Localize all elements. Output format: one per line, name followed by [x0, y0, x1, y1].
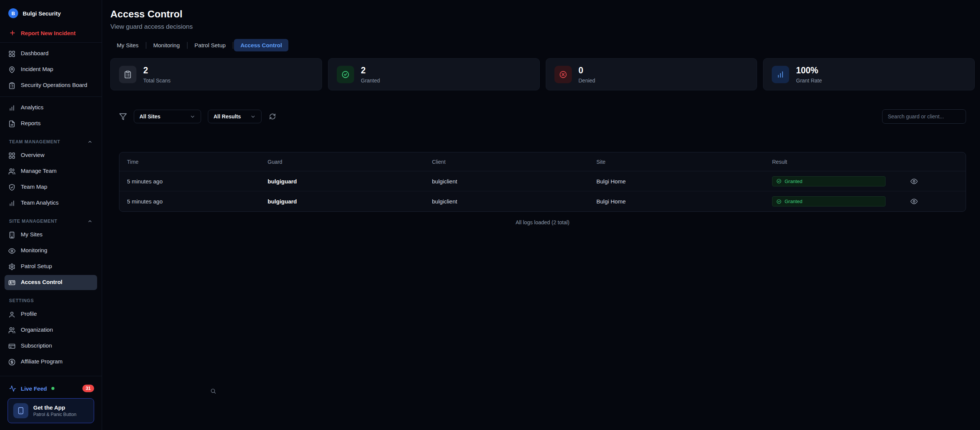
- check-circle-icon: [337, 66, 354, 83]
- table-row: 5 minutes ago bulgiguard bulgiclient Bul…: [119, 171, 966, 191]
- divider: [0, 42, 102, 43]
- report-new-incident-label: Report New Incident: [21, 30, 76, 36]
- app-card-text: Get the App Patrol & Panic Button: [33, 404, 76, 417]
- sidebar-item-my-sites[interactable]: My Sites: [5, 227, 97, 242]
- table-row: 5 minutes ago bulgiguard bulgiclient Bul…: [119, 191, 966, 212]
- sidebar-item-team-analytics[interactable]: Team Analytics: [5, 196, 97, 211]
- tab-patrol-setup[interactable]: Patrol Setup: [188, 39, 232, 51]
- sidebar-item-label: Patrol Setup: [21, 263, 52, 270]
- section-title: TEAM MANAGEMENT: [9, 139, 60, 145]
- sidebar-item-label: Incident Map: [21, 66, 53, 73]
- section-header-site-management[interactable]: SITE MANAGEMENT: [0, 211, 102, 227]
- tab-access-control[interactable]: Access Control: [234, 39, 288, 51]
- stat-label: Granted: [361, 78, 380, 84]
- sidebar-item-profile[interactable]: Profile: [5, 307, 97, 322]
- user-icon: [8, 311, 16, 318]
- site-filter-select[interactable]: All Sites: [134, 110, 201, 123]
- section-header-team-management[interactable]: TEAM MANAGEMENT: [0, 132, 102, 148]
- stat-card-total-scans: 2 Total Scans: [110, 58, 322, 91]
- check-circle-icon: [776, 199, 781, 204]
- sidebar-item-label: Dashboard: [21, 50, 48, 57]
- file-chart-icon: [8, 120, 16, 127]
- view-details-eye-icon[interactable]: [910, 198, 918, 205]
- sidebar-item-monitoring[interactable]: Monitoring: [5, 243, 97, 258]
- brand: B Bulgi Security: [0, 8, 102, 26]
- status-badge: Granted: [772, 176, 886, 186]
- sidebar-item-label: Access Control: [21, 279, 62, 286]
- chevron-up-icon: [87, 218, 92, 224]
- sidebar-spacer: [0, 370, 102, 376]
- refresh-button[interactable]: [269, 113, 276, 120]
- report-new-incident-button[interactable]: Report New Incident: [0, 26, 102, 42]
- column-header-time: Time: [127, 159, 267, 165]
- sidebar-item-live-feed[interactable]: Live Feed 31: [0, 379, 102, 395]
- divider: [0, 376, 102, 376]
- sidebar-item-team-map[interactable]: Team Map: [5, 180, 97, 195]
- shield-check-icon: [8, 184, 16, 191]
- sidebar-item-organization[interactable]: Organization: [5, 323, 97, 338]
- cell-client: bulgiclient: [432, 178, 597, 185]
- column-header-site: Site: [597, 159, 772, 165]
- cell-client: bulgiclient: [432, 198, 597, 205]
- sidebar-item-patrol-setup[interactable]: Patrol Setup: [5, 259, 97, 274]
- brand-name: Bulgi Security: [23, 10, 61, 17]
- filter-icon: [119, 113, 127, 121]
- brand-avatar: B: [8, 8, 18, 18]
- cell-site: Bulgi Home: [597, 198, 772, 205]
- section-header-settings: SETTINGS: [0, 290, 102, 306]
- online-dot: [51, 387, 54, 390]
- sidebar-item-reports[interactable]: Reports: [5, 116, 97, 131]
- cell-guard: bulgiguard: [267, 178, 432, 185]
- live-feed-label: Live Feed: [21, 385, 47, 392]
- stat-value: 2: [361, 65, 380, 76]
- sidebar-item-subscription[interactable]: Subscription: [5, 338, 97, 354]
- credit-card-icon: [8, 342, 16, 350]
- grid-icon: [8, 50, 16, 57]
- users-icon: [8, 327, 16, 334]
- sidebar-item-label: My Sites: [21, 231, 43, 238]
- stat-card-denied: 0 Denied: [546, 58, 757, 91]
- chevron-down-icon: [190, 114, 196, 119]
- bar-chart-icon: [772, 66, 789, 83]
- x-circle-icon: [554, 66, 572, 83]
- tab-bar: My Sites Monitoring Patrol Setup Access …: [110, 39, 975, 51]
- sidebar-item-security-operations-board[interactable]: Security Operations Board: [5, 78, 97, 93]
- tab-my-sites[interactable]: My Sites: [110, 39, 145, 51]
- sidebar-item-affiliate-program[interactable]: Affiliate Program: [5, 354, 97, 369]
- dollar-circle-icon: [8, 358, 16, 366]
- stat-label: Denied: [579, 78, 595, 84]
- column-header-result: Result: [772, 159, 893, 165]
- stat-card-grant-rate: 100% Grant Rate: [763, 58, 975, 91]
- sidebar-item-overview[interactable]: Overview: [5, 148, 97, 163]
- page-subtitle: View guard access decisions: [110, 23, 975, 31]
- cell-result: Granted: [772, 196, 893, 207]
- stat-label: Total Scans: [143, 78, 170, 84]
- cell-site: Bulgi Home: [597, 178, 772, 185]
- sidebar-item-incident-map[interactable]: Incident Map: [5, 62, 97, 77]
- sidebar-item-dashboard[interactable]: Dashboard: [5, 46, 97, 61]
- sidebar-item-label: Affiliate Program: [21, 358, 63, 365]
- column-header-guard: Guard: [267, 159, 432, 165]
- check-circle-icon: [776, 178, 781, 184]
- app-card-title: Get the App: [33, 404, 76, 411]
- tab-separator: [233, 42, 233, 49]
- section-title: SITE MANAGEMENT: [9, 218, 57, 224]
- building-icon: [8, 231, 16, 239]
- sidebar-item-label: Analytics: [21, 104, 43, 111]
- sidebar-item-manage-team[interactable]: Manage Team: [5, 164, 97, 179]
- users-icon: [8, 168, 16, 175]
- cell-time: 5 minutes ago: [127, 178, 267, 185]
- stats-row: 2 Total Scans 2 Granted 0 Denied: [110, 58, 975, 91]
- tab-monitoring[interactable]: Monitoring: [147, 39, 186, 51]
- get-the-app-card[interactable]: Get the App Patrol & Panic Button: [8, 398, 94, 423]
- grid-icon: [8, 152, 16, 159]
- view-details-eye-icon[interactable]: [910, 178, 918, 185]
- sidebar-item-access-control[interactable]: Access Control: [5, 275, 97, 290]
- sidebar-item-label: Monitoring: [21, 247, 47, 254]
- plus-icon: [9, 30, 16, 36]
- search-input[interactable]: [882, 109, 966, 124]
- result-filter-select[interactable]: All Results: [208, 110, 261, 123]
- sidebar-item-label: Overview: [21, 152, 45, 159]
- stat-card-granted: 2 Granted: [328, 58, 540, 91]
- sidebar-item-analytics[interactable]: Analytics: [5, 100, 97, 115]
